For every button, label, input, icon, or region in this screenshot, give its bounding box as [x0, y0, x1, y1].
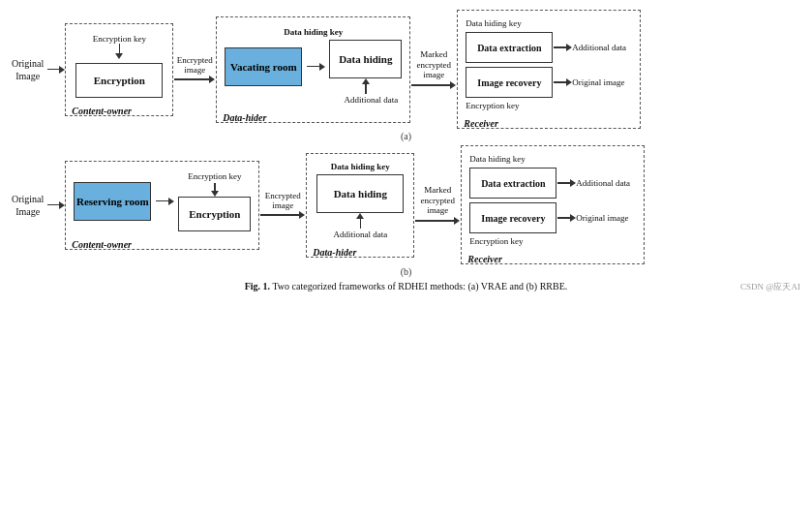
data-extraction-box-b: Data extraction [469, 168, 556, 199]
arrow-encrypt-to-dh-b: Encryptedimage [259, 191, 306, 219]
data-hider-section-b: Data hiding key Data hiding Additional d… [306, 153, 414, 258]
encryption-key-label-a: Encryption key [93, 34, 146, 44]
watermark: CSDN @应天AI [740, 281, 800, 293]
data-hiding-box-a: Data hiding [329, 40, 402, 78]
arrow-dh-to-receiver-b: Markedencryptedimage [414, 185, 461, 225]
content-owner-section-a: Encryption key Encryption Content-owner [65, 23, 173, 116]
arrow-ir-b [556, 214, 576, 222]
additional-data-label-b: Additional data [316, 230, 404, 239]
additional-data-output-b: Additional data [576, 178, 630, 188]
original-image-label-b: OriginalImage [12, 193, 44, 218]
receiver-label-b: Receiver [467, 254, 502, 264]
content-owner-section-b: Reserving room Encryption key [65, 161, 259, 250]
encryption-box-b: Encryption [178, 197, 251, 231]
data-hiding-key-label-b-recv: Data hiding key [469, 154, 636, 164]
caption-a: (a) [12, 131, 800, 141]
original-image-label-a: OriginalImage [12, 57, 44, 82]
arrow-encrypt-to-vacating-a: Encryptedimage [173, 55, 216, 83]
arrow-dh-to-receiver-a: Markedencryptedimage [410, 49, 457, 89]
arrow-rr-to-enc-b [155, 198, 174, 205]
receiver-label-a: Receiver [464, 118, 498, 129]
encryption-key-label-a-recv: Encryption key [466, 101, 632, 110]
image-recovery-box-b: Image recovery [469, 202, 556, 233]
image-recovery-box-a: Image recovery [466, 67, 553, 98]
arrow-orig-to-content-b [47, 201, 65, 209]
encryption-key-label-b-recv: Encryption key [469, 236, 636, 246]
fig-caption: Fig. 1. Two categorized frameworks of RD… [12, 281, 800, 291]
content-owner-label-a: Content-owner [72, 106, 132, 116]
data-hiding-key-label-b-top: Data hiding key [316, 162, 404, 171]
arrow-ir-a [553, 78, 572, 86]
reserving-room-box-b: Reserving room [74, 182, 151, 221]
data-hider-label-a: Data-hider [223, 112, 266, 123]
arrow-vac-to-dh-a [306, 63, 325, 71]
data-hiding-key-label-a-top: Data hiding key [284, 27, 343, 37]
original-image-output-b: Original image [576, 213, 628, 223]
original-image-output-a: Original image [572, 77, 624, 87]
arrow-orig-to-content-a [47, 66, 65, 74]
encryption-box-a: Encryption [75, 63, 163, 98]
data-hider-section-a: Data hiding key Vacating room Data hid [216, 16, 410, 123]
receiver-section-b: Data hiding key Data extraction Addition… [461, 145, 645, 264]
encryption-key-label-b: Encryption key [188, 171, 241, 181]
vacating-room-box-a: Vacating room [225, 47, 302, 86]
arrow-de-b [556, 179, 576, 187]
additional-data-output-a: Additional data [572, 43, 626, 52]
content-owner-label-b: Content-owner [72, 239, 132, 250]
data-hiding-key-label-a-recv: Data hiding key [466, 18, 632, 28]
caption-b: (b) [12, 266, 800, 277]
data-hiding-box-b: Data hiding [316, 174, 404, 213]
additional-data-label-a: Additional data [225, 95, 402, 105]
receiver-section-a: Data hiding key Data extraction Addition… [457, 10, 641, 129]
arrow-de-a [553, 44, 572, 51]
data-extraction-box-a: Data extraction [466, 32, 553, 63]
data-hider-label-b: Data-hider [313, 247, 356, 258]
